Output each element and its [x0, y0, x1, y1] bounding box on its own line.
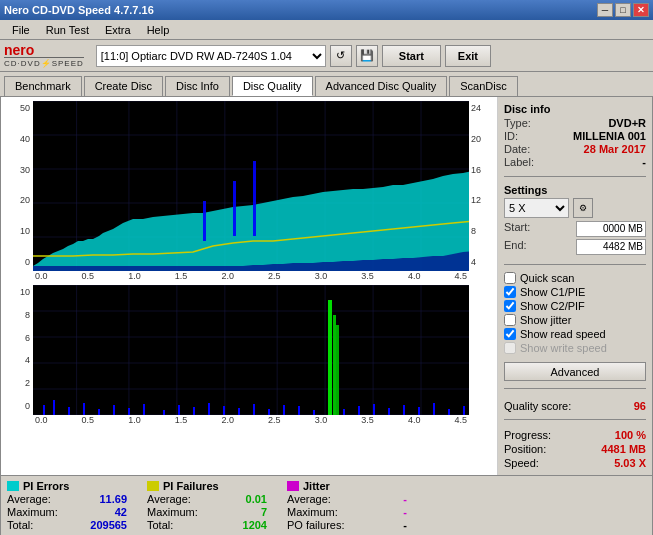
speed-selector[interactable]: 5 X Maximum 1 X 2 X 4 X 8 X — [504, 198, 569, 218]
drive-selector[interactable]: [11:0] Optiarc DVD RW AD-7240S 1.04 — [96, 45, 326, 67]
svg-rect-41 — [163, 410, 165, 415]
menu-file[interactable]: File — [4, 22, 38, 38]
start-button[interactable]: Start — [382, 45, 441, 67]
menu-help[interactable]: Help — [139, 22, 178, 38]
progress-value: 100 % — [615, 429, 646, 441]
end-label: End: — [504, 239, 527, 255]
maximize-button[interactable]: □ — [615, 3, 631, 17]
quick-scan-checkbox[interactable] — [504, 272, 516, 284]
speed-row-progress: Speed: 5.03 X — [504, 457, 646, 469]
menu-extra[interactable]: Extra — [97, 22, 139, 38]
tab-benchmark[interactable]: Benchmark — [4, 76, 82, 96]
pi-failures-group: PI Failures Average: 0.01 Maximum: 7 Tot… — [147, 480, 267, 531]
nero-brand-bottom: CD·DVD⚡SPEED — [4, 57, 84, 68]
pi-errors-maximum: Maximum: 42 — [7, 506, 127, 518]
type-label: Type: — [504, 117, 531, 129]
show-write-speed-label: Show write speed — [520, 342, 607, 354]
svg-rect-61 — [418, 407, 420, 415]
show-read-speed-label: Show read speed — [520, 328, 606, 340]
start-row: Start: — [504, 221, 646, 237]
minimize-button[interactable]: ─ — [597, 3, 613, 17]
jitter-average: Average: - — [287, 493, 407, 505]
quality-value: 96 — [634, 400, 646, 412]
disc-id-row: ID: MILLENIA 001 — [504, 130, 646, 142]
pi-failures-max-label: Maximum: — [147, 506, 198, 518]
svg-rect-40 — [143, 404, 145, 415]
position-value: 4481 MB — [601, 443, 646, 455]
bottom-chart: 0.0 0.5 1.0 1.5 2.0 2.5 3.0 3.5 4.0 4.5 — [33, 285, 469, 425]
po-failures-row: PO failures: - — [287, 519, 407, 531]
tab-disc-quality[interactable]: Disc Quality — [232, 76, 313, 96]
svg-rect-34 — [53, 400, 55, 415]
top-chart-container: 50 40 30 20 10 0 — [5, 101, 493, 281]
pi-failures-total: Total: 1204 — [147, 519, 267, 531]
quick-scan-label: Quick scan — [520, 272, 574, 284]
menu-bar: File Run Test Extra Help — [0, 20, 653, 40]
tab-bar: Benchmark Create Disc Disc Info Disc Qua… — [0, 72, 653, 96]
tab-scan-disc[interactable]: ScanDisc — [449, 76, 517, 96]
svg-rect-42 — [178, 405, 180, 415]
speed-config-button[interactable]: ⚙ — [573, 198, 593, 218]
settings-title: Settings — [504, 184, 646, 196]
show-c2pif-label: Show C2/PIF — [520, 300, 585, 312]
jitter-avg-value: - — [403, 493, 407, 505]
disc-label-val: - — [642, 156, 646, 168]
window-title: Nero CD-DVD Speed 4.7.7.16 — [4, 4, 154, 16]
disc-info-section: Disc info Type: DVD+R ID: MILLENIA 001 D… — [504, 103, 646, 169]
quality-label: Quality score: — [504, 400, 571, 412]
svg-rect-37 — [98, 409, 100, 415]
svg-rect-45 — [223, 406, 225, 415]
divider-3 — [504, 388, 646, 389]
svg-rect-47 — [253, 404, 255, 415]
x-axis-bottom: 0.0 0.5 1.0 1.5 2.0 2.5 3.0 3.5 4.0 4.5 — [33, 415, 469, 425]
id-value: MILLENIA 001 — [573, 130, 646, 142]
main-content: 50 40 30 20 10 0 — [0, 96, 653, 476]
position-row: Position: 4481 MB — [504, 443, 646, 455]
pi-failures-header: PI Failures — [147, 480, 267, 492]
show-c2pif-row: Show C2/PIF — [504, 300, 646, 312]
pi-failures-avg-label: Average: — [147, 493, 191, 505]
pi-errors-total: Total: 209565 — [7, 519, 127, 531]
svg-rect-62 — [433, 403, 435, 415]
y-axis-right-bottom — [469, 285, 493, 425]
exit-button[interactable]: Exit — [445, 45, 491, 67]
title-bar: Nero CD-DVD Speed 4.7.7.16 ─ □ ✕ — [0, 0, 653, 20]
tab-disc-info[interactable]: Disc Info — [165, 76, 230, 96]
right-panel: Disc info Type: DVD+R ID: MILLENIA 001 D… — [497, 97, 652, 475]
jitter-maximum: Maximum: - — [287, 506, 407, 518]
pi-failures-label: PI Failures — [163, 480, 219, 492]
svg-rect-58 — [373, 404, 375, 415]
svg-rect-39 — [128, 408, 130, 415]
tab-create-disc[interactable]: Create Disc — [84, 76, 163, 96]
po-failures-label: PO failures: — [287, 519, 344, 531]
pi-failures-total-label: Total: — [147, 519, 173, 531]
show-c1pie-checkbox[interactable] — [504, 286, 516, 298]
svg-rect-35 — [68, 407, 70, 415]
progress-section: Progress: 100 % Position: 4481 MB Speed:… — [504, 429, 646, 469]
start-label: Start: — [504, 221, 530, 237]
jitter-max-value: - — [403, 506, 407, 518]
end-input[interactable] — [576, 239, 646, 255]
settings-section: Settings 5 X Maximum 1 X 2 X 4 X 8 X ⚙ S… — [504, 184, 646, 257]
refresh-button[interactable]: ↺ — [330, 45, 352, 67]
tab-advanced-disc-quality[interactable]: Advanced Disc Quality — [315, 76, 448, 96]
show-c1pie-row: Show C1/PIE — [504, 286, 646, 298]
divider-1 — [504, 176, 646, 177]
progress-label: Progress: — [504, 429, 551, 441]
menu-run-test[interactable]: Run Test — [38, 22, 97, 38]
svg-rect-43 — [193, 407, 195, 415]
svg-rect-53 — [328, 300, 332, 415]
top-chart: 0.0 0.5 1.0 1.5 2.0 2.5 3.0 3.5 4.0 4.5 — [33, 101, 469, 281]
show-jitter-label: Show jitter — [520, 314, 571, 326]
show-jitter-checkbox[interactable] — [504, 314, 516, 326]
pi-errors-average: Average: 11.69 — [7, 493, 127, 505]
show-read-speed-checkbox[interactable] — [504, 328, 516, 340]
show-read-speed-row: Show read speed — [504, 328, 646, 340]
show-c1pie-label: Show C1/PIE — [520, 286, 585, 298]
show-c2pif-checkbox[interactable] — [504, 300, 516, 312]
start-input[interactable] — [576, 221, 646, 237]
close-button[interactable]: ✕ — [633, 3, 649, 17]
id-label: ID: — [504, 130, 518, 142]
advanced-button[interactable]: Advanced — [504, 362, 646, 382]
save-button[interactable]: 💾 — [356, 45, 378, 67]
